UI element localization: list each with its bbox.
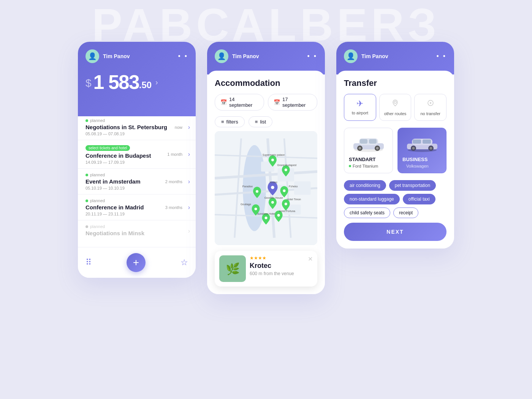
menu-dots-1[interactable]: • • bbox=[178, 52, 188, 60]
item-status-label: planned bbox=[90, 118, 105, 123]
chevron-right-icon: › bbox=[188, 178, 190, 185]
menu-dots-3[interactable]: • • bbox=[436, 52, 446, 60]
filters-button[interactable]: ≡ filters bbox=[215, 116, 245, 127]
svg-text:Krotec: Krotec bbox=[270, 181, 278, 184]
phone3-header: 👤 Tim Panov • • bbox=[336, 42, 454, 74]
list-item[interactable]: planned Conference in Madrid 20.11.19 — … bbox=[78, 195, 196, 220]
hotel-stars: ★★★★ bbox=[250, 255, 313, 261]
menu-dots-2[interactable]: • • bbox=[307, 52, 317, 60]
svg-rect-50 bbox=[360, 139, 367, 144]
item-title-faded: Negotiations in Minsk bbox=[86, 230, 188, 236]
date-chip-1[interactable]: 📅 14 september bbox=[215, 94, 264, 111]
svg-point-46 bbox=[430, 102, 431, 104]
car-name-business: BUSINESS bbox=[402, 157, 442, 162]
svg-point-19 bbox=[271, 186, 274, 189]
svg-point-21 bbox=[256, 190, 258, 193]
item-dates: 05.10.19 — 10.10.19 bbox=[86, 186, 188, 190]
svg-line-1 bbox=[215, 171, 317, 178]
car-image-standard bbox=[352, 133, 386, 154]
date-chip-2[interactable]: 📅 17 september bbox=[268, 94, 317, 111]
item-title: Negotiations in St. Petersburg bbox=[86, 124, 188, 130]
hotel-info: ★★★★ Krotec 600 m from the venue bbox=[250, 255, 313, 276]
list-item[interactable]: planned Event in Amsterdam 05.10.19 — 10… bbox=[78, 169, 196, 195]
svg-point-53 bbox=[358, 147, 361, 149]
tag-receipt[interactable]: receipt bbox=[393, 207, 418, 218]
no-transfer-icon bbox=[418, 99, 443, 109]
svg-point-23 bbox=[283, 189, 285, 192]
chevron-right-icon: › bbox=[188, 151, 190, 158]
car-options: STANDART Ford Titanium bbox=[344, 128, 446, 173]
status-dot-gray bbox=[86, 225, 88, 228]
plane-icon: ✈ bbox=[347, 99, 373, 109]
car-model-business: Volkswagen bbox=[402, 164, 442, 168]
accommodation-title: Accommodation bbox=[215, 78, 317, 88]
svg-point-29 bbox=[255, 207, 257, 210]
tag-non-standard-luggage[interactable]: non-standard luggage bbox=[344, 194, 400, 204]
svg-point-25 bbox=[271, 201, 274, 204]
svg-point-55 bbox=[376, 147, 378, 149]
svg-rect-60 bbox=[423, 139, 431, 144]
car-dot-standard bbox=[349, 165, 351, 167]
date-row: 📅 14 september 📅 17 september bbox=[215, 94, 317, 111]
svg-rect-11 bbox=[294, 182, 311, 195]
add-button[interactable]: + bbox=[127, 253, 146, 272]
car-svg-standard bbox=[352, 134, 386, 153]
location-icon bbox=[383, 99, 408, 109]
svg-point-31 bbox=[265, 217, 268, 219]
phone-3: 👤 Tim Panov • • Transfer ✈ to airport bbox=[336, 42, 454, 249]
status-dot-green bbox=[86, 200, 88, 202]
car-image-business bbox=[405, 133, 439, 154]
svg-point-15 bbox=[271, 158, 274, 161]
phone2-header: 👤 Tim Panov • • bbox=[207, 42, 325, 74]
option-no-transfer[interactable]: no transfer bbox=[414, 94, 446, 121]
list-icon: ≡ bbox=[255, 119, 258, 125]
item-dates: 05.08.19 — 07.08.19 bbox=[86, 131, 188, 136]
tag-pet-transportation[interactable]: pet transportation bbox=[389, 180, 436, 191]
option-other-routes[interactable]: other routes bbox=[379, 94, 412, 121]
phone-1: 👤 Tim Panov • • $ 1 583 .50 › planned Ne… bbox=[78, 42, 196, 278]
svg-point-33 bbox=[277, 214, 280, 217]
item-status-label: planned bbox=[90, 173, 105, 177]
chevron-right-icon: › bbox=[188, 124, 190, 131]
list-item[interactable]: select tickets and hotel Conference in B… bbox=[78, 140, 196, 169]
close-icon[interactable]: ✕ bbox=[308, 255, 313, 263]
user-name-3: Tim Panov bbox=[361, 53, 388, 59]
option-label-no-transfer: no transfer bbox=[418, 111, 443, 116]
list-item[interactable]: planned Negotiations in Minsk › bbox=[78, 220, 196, 241]
date-label-1: 14 september bbox=[229, 97, 258, 108]
car-model-label-standard: Ford Titanium bbox=[353, 164, 378, 168]
car-svg-business bbox=[405, 134, 439, 153]
next-button[interactable]: NEXT bbox=[344, 223, 446, 241]
grid-icon[interactable]: ⠿ bbox=[86, 258, 92, 268]
tag-official-taxi[interactable]: official taxi bbox=[403, 194, 435, 204]
tag-air-conditioning[interactable]: air conditioning bbox=[344, 180, 386, 191]
tags-row: air conditioning pet transportation non-… bbox=[344, 180, 446, 218]
filter-icon: ≡ bbox=[221, 119, 224, 125]
svg-text:Supermario palace: Supermario palace bbox=[263, 154, 285, 157]
status-dot-green bbox=[86, 174, 88, 176]
option-to-airport[interactable]: ✈ to airport bbox=[344, 94, 376, 121]
calendar-icon-2: 📅 bbox=[274, 99, 280, 105]
balance-main: 1 583 bbox=[93, 71, 139, 93]
option-label-routes: other routes bbox=[383, 111, 408, 116]
transfer-options: ✈ to airport other routes bbox=[344, 94, 446, 121]
option-label-airport: to airport bbox=[347, 111, 373, 115]
phone1-header: 👤 Tim Panov • • $ 1 583 .50 › bbox=[78, 42, 196, 116]
star-icon[interactable]: ☆ bbox=[180, 258, 188, 268]
car-card-business[interactable]: BUSINESS Volkswagen bbox=[397, 128, 446, 173]
tag-child-safety-seats[interactable]: child safety seats bbox=[344, 207, 390, 218]
map-svg: Supermario palace Grand Budapest Krotec … bbox=[215, 131, 317, 245]
svg-line-5 bbox=[234, 138, 241, 238]
list-item[interactable]: planned Negotiations in St. Petersburg 0… bbox=[78, 114, 196, 140]
status-dot-green bbox=[86, 119, 88, 122]
phone3-body: Transfer ✈ to airport other routes bbox=[336, 71, 454, 249]
balance-arrow[interactable]: › bbox=[155, 78, 158, 87]
svg-text:Gouliage: Gouliage bbox=[241, 203, 251, 206]
svg-text:Sunshine Hotel: Sunshine Hotel bbox=[257, 212, 275, 215]
svg-rect-51 bbox=[369, 139, 377, 144]
list-button[interactable]: ≡ list bbox=[249, 116, 272, 127]
phone-2: 👤 Tim Panov • • Accommodation 📅 14 septe… bbox=[207, 42, 325, 294]
car-card-standard[interactable]: STANDART Ford Titanium bbox=[344, 128, 393, 173]
item-time: 3 months bbox=[165, 205, 182, 210]
item-status-label: planned bbox=[90, 198, 105, 203]
